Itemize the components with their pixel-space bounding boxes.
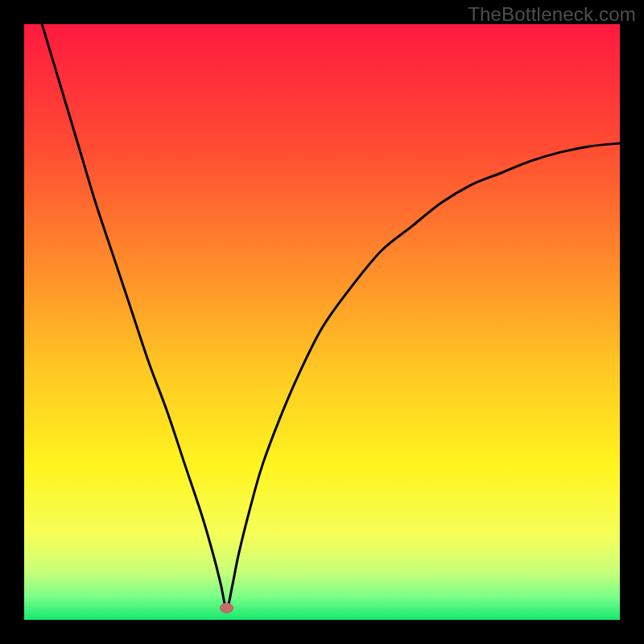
watermark-text: TheBottleneck.com	[468, 3, 636, 26]
optimal-point-marker	[221, 603, 233, 613]
bottleneck-chart	[24, 24, 620, 620]
chart-frame: TheBottleneck.com	[0, 0, 644, 644]
gradient-background	[24, 24, 620, 620]
